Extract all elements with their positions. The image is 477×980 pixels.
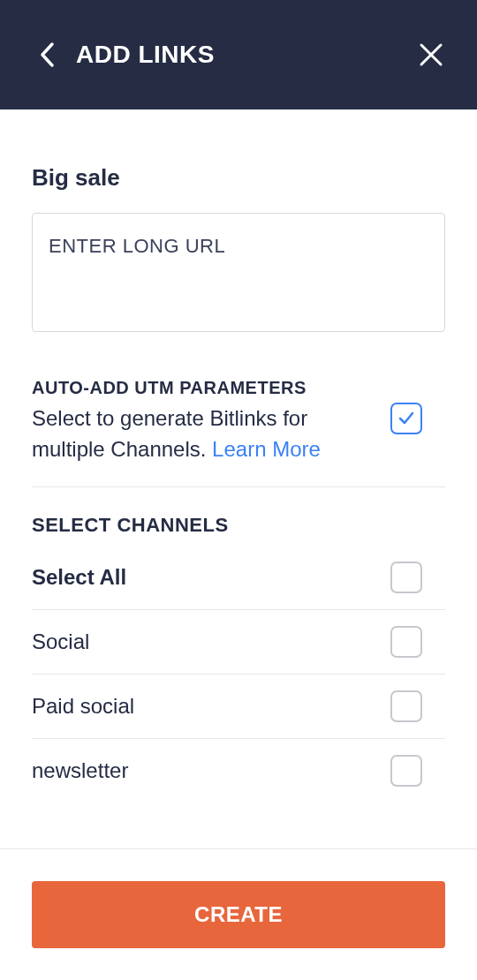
channels-section: SELECT CHANNELS Select All Social Paid s… [32, 514, 445, 803]
header-left: ADD LINKS [39, 41, 215, 69]
channel-name: newsletter [32, 758, 128, 783]
utm-description: Select to generate Bitlinks for multiple… [32, 403, 373, 465]
url-input[interactable] [32, 213, 445, 332]
select-all-checkbox[interactable] [390, 562, 422, 593]
channel-checkbox[interactable] [390, 690, 422, 722]
utm-label: AUTO-ADD UTM PARAMETERS [32, 378, 373, 398]
create-button[interactable]: CREATE [32, 881, 445, 948]
back-icon[interactable] [39, 41, 55, 68]
channel-checkbox[interactable] [390, 755, 422, 787]
learn-more-link[interactable]: Learn More [212, 437, 321, 461]
channel-row: Social [32, 610, 445, 675]
header: ADD LINKS [0, 0, 477, 109]
content: Big sale AUTO-ADD UTM PARAMETERS Select … [0, 109, 477, 803]
footer: CREATE [0, 848, 477, 980]
channel-checkbox[interactable] [390, 626, 422, 658]
select-all-label: Select All [32, 565, 126, 590]
channel-name: Paid social [32, 694, 134, 719]
utm-checkbox[interactable] [390, 403, 422, 434]
channel-row: newsletter [32, 739, 445, 803]
channel-name: Social [32, 629, 89, 654]
select-all-row: Select All [32, 546, 445, 610]
close-icon[interactable] [419, 42, 443, 67]
page-title: ADD LINKS [76, 41, 215, 69]
channel-row: Paid social [32, 675, 445, 739]
utm-row: AUTO-ADD UTM PARAMETERS Select to genera… [32, 378, 445, 465]
channels-label: SELECT CHANNELS [32, 514, 445, 537]
utm-text: AUTO-ADD UTM PARAMETERS Select to genera… [32, 378, 373, 465]
utm-section: AUTO-ADD UTM PARAMETERS Select to genera… [32, 378, 445, 487]
campaign-title: Big sale [32, 164, 445, 192]
